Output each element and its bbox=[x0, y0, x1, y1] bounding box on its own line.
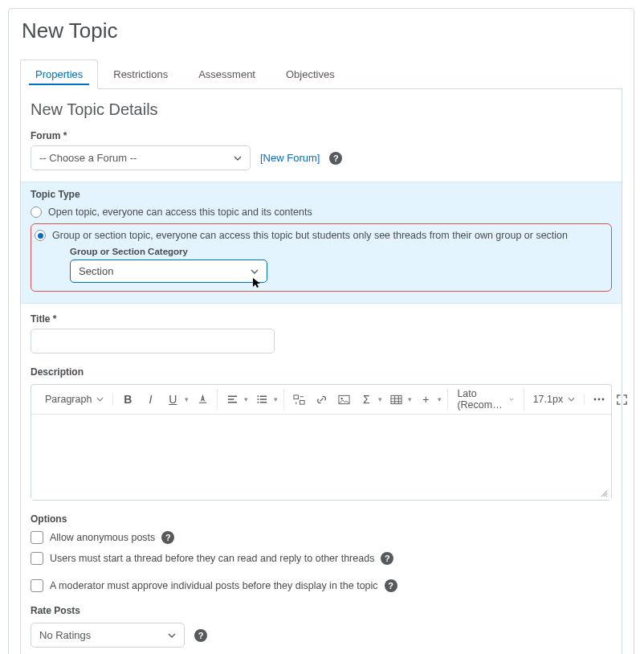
tab-properties[interactable]: Properties bbox=[20, 59, 98, 89]
radio-icon bbox=[35, 230, 46, 241]
paragraph-style-label: Paragraph bbox=[45, 394, 92, 405]
text-color-icon[interactable] bbox=[194, 389, 211, 410]
bold-icon[interactable]: B bbox=[119, 389, 137, 410]
font-size-select[interactable]: 17.1px bbox=[530, 394, 579, 405]
moderate-label: A moderator must approve individual post… bbox=[50, 580, 378, 591]
options-label: Options bbox=[31, 513, 612, 525]
tab-restrictions[interactable]: Restrictions bbox=[98, 59, 183, 88]
radio-group-label: Group or section topic, everyone can acc… bbox=[52, 230, 568, 241]
title-label: Title * bbox=[31, 313, 612, 325]
tab-objectives[interactable]: Objectives bbox=[271, 59, 350, 88]
radio-open-label: Open topic, everyone can access this top… bbox=[48, 206, 312, 218]
help-icon[interactable]: ? bbox=[385, 579, 397, 592]
link-icon[interactable] bbox=[312, 389, 330, 410]
help-icon[interactable]: ? bbox=[161, 531, 174, 544]
rate-posts-select[interactable]: No Ratings bbox=[31, 623, 185, 648]
svg-point-10 bbox=[602, 399, 605, 401]
forum-label: Forum * bbox=[31, 130, 612, 141]
tab-assessment[interactable]: Assessment bbox=[183, 59, 271, 88]
details-heading: New Topic Details bbox=[31, 100, 612, 119]
underline-icon[interactable]: U bbox=[164, 389, 181, 410]
svg-point-1 bbox=[257, 399, 259, 400]
anon-label: Allow anonymous posts bbox=[50, 532, 155, 543]
svg-rect-7 bbox=[391, 395, 401, 403]
description-label: Description bbox=[31, 366, 612, 378]
equation-icon[interactable]: Σ bbox=[357, 389, 375, 410]
thread-first-label: Users must start a thread before they ca… bbox=[50, 553, 374, 564]
checkbox-thread-first[interactable] bbox=[31, 552, 43, 565]
paragraph-style-select[interactable]: Paragraph bbox=[42, 394, 107, 405]
rich-text-editor: Paragraph B I U▾ ▾ ▾ bbox=[31, 384, 612, 501]
properties-panel: New Topic Details Forum * -- Choose a Fo… bbox=[20, 89, 622, 654]
topic-type-section: Topic Type Open topic, everyone can acce… bbox=[21, 182, 622, 304]
help-icon[interactable]: ? bbox=[381, 552, 393, 565]
title-input[interactable] bbox=[31, 329, 275, 354]
rate-posts-value: No Ratings bbox=[39, 629, 91, 641]
svg-point-6 bbox=[340, 397, 342, 399]
category-label: Group or Section Category bbox=[70, 247, 605, 256]
radio-group-topic[interactable]: Group or section topic, everyone can acc… bbox=[35, 227, 605, 243]
svg-point-2 bbox=[257, 402, 259, 403]
highlighted-group-option: Group or section topic, everyone can acc… bbox=[31, 223, 612, 292]
radio-icon bbox=[31, 206, 42, 218]
radio-open-topic[interactable]: Open topic, everyone can access this top… bbox=[31, 204, 612, 220]
svg-point-0 bbox=[257, 395, 259, 397]
tab-bar: Properties Restrictions Assessment Objec… bbox=[20, 59, 622, 89]
align-icon[interactable] bbox=[223, 389, 241, 410]
help-icon[interactable]: ? bbox=[194, 629, 207, 642]
table-icon[interactable] bbox=[387, 389, 405, 410]
rate-posts-label: Rate Posts bbox=[31, 605, 612, 616]
forum-select-value: -- Choose a Forum -- bbox=[39, 152, 137, 164]
svg-point-9 bbox=[598, 399, 601, 401]
chevron-down-icon bbox=[168, 633, 176, 638]
chevron-down-icon bbox=[251, 269, 259, 274]
italic-icon[interactable]: I bbox=[141, 389, 159, 410]
font-family-select[interactable]: Lato (Recom… bbox=[454, 388, 517, 411]
fullscreen-icon[interactable] bbox=[613, 389, 630, 410]
category-select-value: Section bbox=[79, 265, 113, 277]
font-size-label: 17.1px bbox=[533, 394, 564, 405]
cursor-icon bbox=[252, 277, 262, 288]
font-family-label: Lato (Recom… bbox=[457, 388, 504, 411]
checkbox-moderate[interactable] bbox=[31, 579, 43, 592]
insert-stuff-icon[interactable] bbox=[290, 389, 308, 410]
forum-select[interactable]: -- Choose a Forum -- bbox=[31, 145, 251, 170]
checkbox-anon[interactable] bbox=[31, 531, 43, 544]
svg-rect-3 bbox=[294, 394, 299, 399]
resize-handle-icon[interactable] bbox=[599, 488, 608, 497]
more-icon[interactable] bbox=[590, 389, 608, 410]
image-icon[interactable] bbox=[335, 389, 353, 410]
svg-rect-4 bbox=[300, 400, 304, 404]
list-icon[interactable] bbox=[253, 389, 271, 410]
help-icon[interactable]: ? bbox=[329, 152, 342, 165]
category-select[interactable]: Section bbox=[70, 260, 267, 283]
page-title: New Topic bbox=[20, 18, 622, 43]
editor-body[interactable] bbox=[31, 415, 611, 500]
svg-point-8 bbox=[594, 399, 597, 401]
chevron-down-icon bbox=[234, 156, 242, 161]
topic-type-label: Topic Type bbox=[31, 189, 612, 200]
plus-icon[interactable]: + bbox=[417, 389, 434, 410]
new-forum-link[interactable]: [New Forum] bbox=[260, 152, 320, 164]
editor-toolbar: Paragraph B I U▾ ▾ ▾ bbox=[31, 385, 611, 415]
